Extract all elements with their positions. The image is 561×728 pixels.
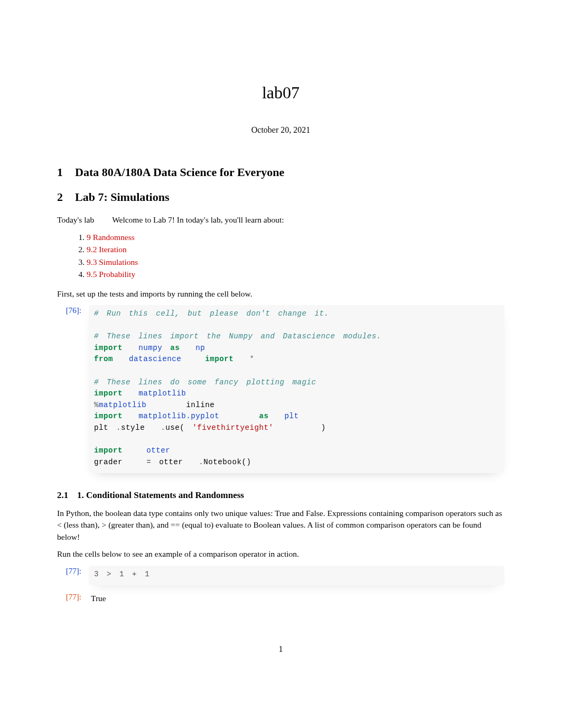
code-comment: # These lines import the Numpy and Datas… bbox=[94, 332, 381, 340]
paragraph-text: and bbox=[290, 509, 306, 518]
code-comment: # Run this cell, but please don't change… bbox=[94, 309, 329, 318]
setup-instruction: First, set up the tests and imports by r… bbox=[57, 288, 504, 300]
document-date: October 20, 2021 bbox=[57, 124, 504, 136]
intro-text: Welcome to Lab 7! In today's lab, you'll… bbox=[112, 215, 284, 224]
code-number: 3 bbox=[94, 570, 99, 578]
code-comment: # These lines do some fancy plotting mag… bbox=[94, 378, 316, 386]
code-module: matplotlib bbox=[138, 389, 186, 398]
code-module: datascience bbox=[129, 355, 181, 363]
section-number: 2 bbox=[57, 189, 75, 206]
section-2-heading: 2Lab 7: Simulations bbox=[57, 189, 504, 206]
code-text: otter bbox=[159, 458, 183, 466]
code-keyword: import bbox=[94, 446, 123, 455]
paragraph-text: (greater than), and bbox=[106, 520, 171, 529]
code-text: inline bbox=[186, 401, 214, 409]
topic-list: 9 Randomness 9.2 Iteration 9.3 Simulatio… bbox=[57, 232, 504, 281]
run-cells-paragraph: Run the cells below to see an example of… bbox=[57, 548, 504, 560]
code-cell: 3 > 1 + 1 bbox=[89, 566, 504, 586]
code-op: > bbox=[107, 570, 111, 578]
code-magic: matplotlib bbox=[99, 401, 146, 409]
code-op: ) bbox=[321, 423, 326, 432]
intro-paragraph: Today's labWelcome to Lab 7! In today's … bbox=[57, 214, 504, 226]
section-title: Lab 7: Simulations bbox=[75, 190, 170, 204]
code-string: 'fivethirtyeight' bbox=[192, 423, 273, 432]
paragraph-text: (less than), bbox=[62, 520, 102, 529]
code-keyword: import bbox=[94, 412, 123, 420]
section-title: 1. Conditional Statements and Randomness bbox=[77, 490, 244, 500]
code-text: Notebook() bbox=[203, 458, 251, 466]
code-op: + bbox=[132, 570, 137, 578]
section-2-1-heading: 2.11. Conditional Statements and Randomn… bbox=[57, 489, 504, 502]
output-value: True bbox=[89, 592, 504, 604]
link-probability[interactable]: 9.5 Probability bbox=[87, 270, 135, 279]
code-literal: < bbox=[57, 520, 62, 529]
list-item: 9.5 Probability bbox=[87, 269, 504, 280]
code-cell: # Run this cell, but please don't change… bbox=[89, 305, 504, 473]
code-star: * bbox=[249, 355, 254, 363]
code-keyword: import bbox=[205, 355, 233, 363]
conditional-paragraph: In Python, the boolean data type contain… bbox=[57, 508, 504, 543]
code-keyword: import bbox=[94, 389, 123, 398]
code-keyword: as bbox=[259, 412, 268, 420]
section-number: 2.1 bbox=[57, 489, 77, 502]
code-literal: False bbox=[306, 509, 323, 518]
code-text: style bbox=[121, 423, 145, 432]
code-cell-row: [77]: 3 > 1 + 1 bbox=[57, 566, 504, 586]
page-number: 1 bbox=[57, 643, 504, 655]
code-module: np bbox=[195, 344, 205, 352]
code-keyword: as bbox=[170, 344, 180, 352]
link-randomness[interactable]: 9 Randomness bbox=[87, 233, 135, 242]
code-literal: > bbox=[102, 520, 107, 529]
code-text: use( bbox=[165, 423, 184, 432]
section-1-heading: 1Data 80A/180A Data Science for Everyone bbox=[57, 164, 504, 181]
section-number: 1 bbox=[57, 164, 75, 181]
document-title: lab07 bbox=[57, 80, 504, 105]
link-simulations[interactable]: 9.3 Simulations bbox=[87, 257, 138, 266]
code-literal: True bbox=[275, 509, 290, 518]
code-module: otter bbox=[146, 446, 170, 455]
list-item: 9.3 Simulations bbox=[87, 256, 504, 268]
code-keyword: import bbox=[94, 344, 123, 352]
code-cell-row: [76]: # Run this cell, but please don't … bbox=[57, 305, 504, 473]
paragraph-text: . Expressions containing comparison oper… bbox=[323, 509, 502, 518]
code-op: . bbox=[161, 423, 165, 432]
code-module: matplotlib.pyplot bbox=[138, 412, 219, 420]
code-module: numpy bbox=[138, 344, 162, 352]
input-prompt: [77]: bbox=[57, 566, 89, 577]
code-number: 1 bbox=[119, 570, 124, 578]
list-item: 9 Randomness bbox=[87, 232, 504, 243]
link-iteration[interactable]: 9.2 Iteration bbox=[87, 245, 127, 254]
code-keyword: from bbox=[94, 355, 113, 363]
input-prompt: [76]: bbox=[57, 305, 89, 317]
list-item: 9.2 Iteration bbox=[87, 244, 504, 255]
code-number: 1 bbox=[145, 570, 149, 578]
code-op: . bbox=[199, 458, 203, 466]
section-title: Data 80A/180A Data Science for Everyone bbox=[75, 165, 284, 179]
code-magic: % bbox=[94, 401, 99, 409]
paragraph-text: In Python, the boolean data type contain… bbox=[57, 509, 275, 518]
code-op: . bbox=[116, 423, 121, 432]
code-module: plt bbox=[285, 412, 299, 420]
output-prompt: [77]: bbox=[57, 592, 89, 603]
code-op: = bbox=[146, 458, 151, 466]
output-row: [77]: True bbox=[57, 592, 504, 604]
code-text: plt bbox=[94, 423, 108, 432]
code-literal: == bbox=[171, 520, 180, 529]
code-text: grader bbox=[94, 458, 123, 466]
intro-run-in: Today's lab bbox=[57, 214, 94, 226]
